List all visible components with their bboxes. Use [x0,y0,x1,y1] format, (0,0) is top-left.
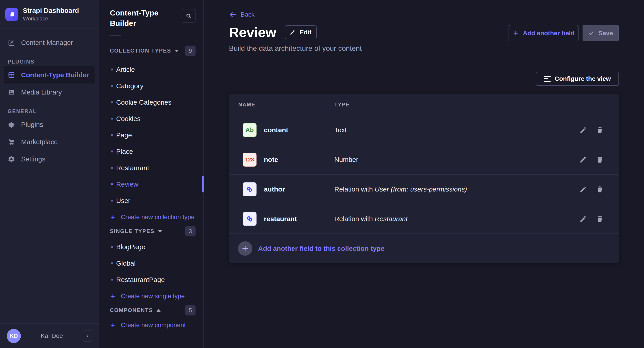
edit-field-button[interactable] [580,126,587,134]
configure-view-button[interactable]: Configure the view [536,72,619,86]
table-row: author Relation with User (from: users-p… [229,175,619,204]
number-field-icon: 123 [242,153,256,166]
single-types-header[interactable]: SINGLE TYPES 3 [99,226,203,236]
relation-field-icon [242,212,256,226]
sidebar-item-label: Content Manager [21,39,73,47]
main-content: Back Review Edit Build the data architec… [204,0,644,348]
collection-types-header[interactable]: COLLECTION TYPES 9 [99,46,203,56]
chevron-down-icon [175,50,179,52]
bullet [111,262,113,264]
collection-type-article[interactable]: Article [99,61,203,78]
bullet [111,183,113,185]
collection-type-review[interactable]: Review [99,176,203,193]
collection-type-page[interactable]: Page [99,127,203,143]
count-badge: 3 [185,226,196,236]
workspace-brand[interactable]: Strapi Dashboard Workplace [0,0,99,29]
delete-field-button[interactable] [596,126,604,134]
plus-icon: + [110,321,115,329]
panel-title: Content-Type Builder [110,8,177,28]
create-component-link[interactable]: + Create new component [99,317,203,333]
plus-icon [512,30,519,36]
section-label: COLLECTION TYPES [110,48,171,54]
page-subtitle: Build the data architecture of your cont… [229,44,619,53]
trash-icon [596,215,604,223]
delete-field-button[interactable] [596,215,604,223]
content-manager-icon [8,39,15,47]
back-link[interactable]: Back [229,11,254,19]
arrow-left-icon [229,11,236,19]
field-name: note [264,156,278,163]
sidebar-item-media-library[interactable]: Media Library [4,84,95,101]
sidebar-item-settings[interactable]: Settings [4,150,95,168]
bullet [111,279,113,281]
sidebar-item-marketplace[interactable]: Marketplace [4,133,95,150]
add-another-field-button[interactable]: Add another field [508,25,578,41]
bullet [111,118,113,120]
trash-icon [596,186,604,193]
item-label: Restaurant [116,164,149,172]
item-label: User [116,197,130,205]
collapse-sidebar-button[interactable] [83,330,92,342]
app-title: Strapi Dashboard [23,7,79,14]
column-header-type: TYPE [334,102,554,108]
search-button[interactable] [182,9,196,23]
link-icon [246,186,254,193]
item-label: Global [116,260,136,267]
add-field-label: Add another field [523,30,574,37]
plus-icon: + [110,292,115,300]
bullet [111,167,113,169]
item-label: Cookie Categories [116,99,172,106]
pencil-icon [290,29,296,35]
sidebar-item-content-manager[interactable]: Content Manager [4,34,95,51]
table-row: Ab content Text [229,115,619,145]
edit-field-button[interactable] [580,186,587,193]
search-icon [186,13,192,19]
edit-field-button[interactable] [580,156,587,163]
section-label: COMPONENTS [110,307,153,313]
delete-field-button[interactable] [596,156,604,163]
add-field-label: Add another field to this collection typ… [258,245,384,252]
item-label: Review [116,181,138,188]
sidebar-item-label: Settings [21,155,45,163]
create-collection-type-link[interactable]: + Create new collection type [99,209,203,225]
delete-field-button[interactable] [596,186,604,193]
sidebar-item-label: Plugins [21,121,43,128]
link-icon [246,215,254,223]
chevron-up-icon [156,309,160,312]
single-type-global[interactable]: Global [99,255,203,271]
field-name: restaurant [264,215,297,223]
collection-type-restaurant[interactable]: Restaurant [99,160,203,176]
field-name: content [264,126,288,134]
sidebar-item-content-type-builder[interactable]: Content-Type Builder [4,66,95,84]
single-type-blogpage[interactable]: BlogPage [99,239,203,255]
sidebar-section-plugins: PLUGINS [4,59,95,65]
edit-field-button[interactable] [580,215,587,223]
item-label: Category [116,82,144,90]
create-single-type-link[interactable]: + Create new single type [99,288,203,304]
collection-type-category[interactable]: Category [99,78,203,94]
pencil-icon [580,186,587,193]
plus-circle-icon [238,241,252,256]
collection-type-cookies[interactable]: Cookies [99,110,203,127]
add-field-to-collection-button[interactable]: Add another field to this collection typ… [229,234,619,263]
sidebar-item-label: Media Library [21,88,62,96]
save-button[interactable]: Save [582,25,619,41]
collection-type-cookie-categories[interactable]: Cookie Categories [99,94,203,110]
column-header-name: NAME [238,102,334,108]
active-indicator [202,176,204,193]
field-type: Relation with User (from: users-permissi… [334,186,554,193]
field-type: Relation with Restaurant [334,215,554,223]
collection-type-place[interactable]: Place [99,143,203,160]
field-name: author [264,186,285,193]
bullet [111,69,113,71]
media-library-icon [8,88,15,96]
collection-type-user[interactable]: User [99,193,203,209]
text-field-icon: Ab [242,123,256,137]
user-menu[interactable]: KD Kai Doe [0,323,99,348]
back-label: Back [240,11,254,18]
single-type-restaurantpage[interactable]: RestaurantPage [99,271,203,288]
sidebar-item-plugins[interactable]: Plugins [4,116,95,133]
edit-button[interactable]: Edit [285,25,316,39]
components-header[interactable]: COMPONENTS 5 [99,305,203,315]
user-name: Kai Doe [21,332,83,339]
